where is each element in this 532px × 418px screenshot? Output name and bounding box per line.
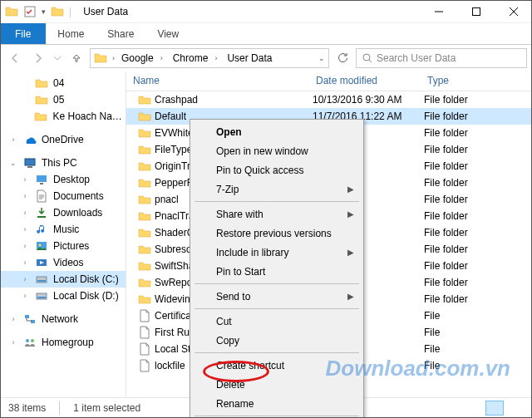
search-icon <box>362 52 373 64</box>
svg-rect-1 <box>472 7 480 15</box>
menu-item-share-with[interactable]: Share with▶ <box>193 204 361 224</box>
chevron-right-icon: ▶ <box>347 292 354 301</box>
folder-icon <box>34 110 47 123</box>
folder-icon <box>138 93 151 106</box>
qat-drop-icon[interactable]: ▾ <box>42 7 46 16</box>
tree-item[interactable]: ›Homegroup <box>0 334 126 351</box>
folder-icon <box>138 176 151 189</box>
menu-item-include-in-library[interactable]: Include in library▶ <box>193 243 361 262</box>
menu-item-open[interactable]: Open <box>193 122 361 141</box>
tree-item[interactable]: ›Music <box>0 221 126 238</box>
tree-item[interactable]: ›Downloads <box>0 204 126 221</box>
chevron-right-icon: ▶ <box>347 209 354 219</box>
tree-item[interactable]: ›OneDrive <box>0 131 126 148</box>
svg-rect-13 <box>37 297 46 298</box>
nav-tree[interactable]: 0405Ke Hoach Nam 2›OneDrive⌄This PC›Desk… <box>0 71 126 397</box>
menu-item-rename[interactable]: Rename <box>193 394 361 413</box>
refresh-button[interactable] <box>332 48 352 68</box>
menu-item-delete[interactable]: Delete <box>193 375 361 394</box>
tree-item[interactable]: ›Documents <box>0 188 126 204</box>
properties-icon[interactable] <box>23 5 37 18</box>
window-title: User Data <box>83 6 128 17</box>
tree-item[interactable]: ›Network <box>0 311 126 327</box>
titlebar: ▾ | User Data <box>0 0 532 23</box>
folder-icon <box>138 126 151 140</box>
menu-item-pin-to-start[interactable]: Pin to Start <box>193 262 361 281</box>
tree-item[interactable]: ›Local Disk (C:) <box>0 271 126 288</box>
tree-item[interactable]: ›Videos <box>0 254 126 271</box>
address-bar: › Google› Chrome› User Data ⌄ Search Use… <box>0 45 532 71</box>
folder-icon <box>138 276 151 289</box>
menu-item-pin-to-quick-access[interactable]: Pin to Quick access <box>193 160 361 179</box>
minimize-button[interactable] <box>420 0 457 23</box>
folder-icon <box>138 243 151 256</box>
tree-item[interactable]: Ke Hoach Nam 2 <box>0 108 126 125</box>
tab-view[interactable]: View <box>145 23 190 44</box>
file-icon <box>138 342 151 356</box>
file-icon <box>138 326 151 339</box>
docs-icon <box>35 189 48 203</box>
menu-item-cut[interactable]: Cut <box>193 312 361 331</box>
menu-item-7-zip[interactable]: 7-Zip▶ <box>193 179 361 199</box>
svg-rect-11 <box>37 280 46 282</box>
tree-item[interactable]: ›Desktop <box>0 171 126 188</box>
svg-point-16 <box>26 339 29 342</box>
downloads-icon <box>35 206 48 219</box>
chevron-right-icon: ▶ <box>347 248 354 257</box>
svg-point-17 <box>31 339 34 342</box>
folder-icon <box>138 209 151 223</box>
col-date[interactable]: Date modified <box>309 71 421 91</box>
file-row[interactable]: Crashpad10/13/2016 9:30 AMFile folder <box>126 91 532 108</box>
tree-item[interactable]: 04 <box>0 75 126 91</box>
selected-count: 1 item selected <box>73 402 140 414</box>
menu-item-create-shortcut[interactable]: Create shortcut <box>193 356 361 375</box>
breadcrumb-segment[interactable]: Google› <box>116 52 168 64</box>
folder-icon <box>5 5 18 18</box>
breadcrumb[interactable]: › Google› Chrome› User Data ⌄ <box>90 48 329 68</box>
nav-back-button[interactable] <box>5 48 25 68</box>
tree-item[interactable]: ›Pictures <box>0 238 126 254</box>
folder-icon <box>35 93 48 106</box>
nav-up-button[interactable] <box>66 48 86 68</box>
nav-forward-button[interactable] <box>28 48 48 68</box>
tree-item[interactable]: 05 <box>0 91 126 108</box>
column-headers[interactable]: Name Date modified Type <box>126 71 532 91</box>
folder-icon <box>94 52 107 65</box>
breadcrumb-segment[interactable]: Chrome› <box>168 52 223 64</box>
tree-item[interactable]: ⌄This PC <box>0 155 126 171</box>
menu-item-restore-previous-versions[interactable]: Restore previous versions <box>193 224 361 243</box>
tab-home[interactable]: Home <box>46 23 96 44</box>
folder-icon <box>138 193 151 206</box>
desktop-icon <box>35 173 48 186</box>
context-menu[interactable]: OpenOpen in new windowPin to Quick acces… <box>190 119 364 418</box>
pictures-icon <box>35 239 48 253</box>
nav-recent-button[interactable] <box>52 48 63 68</box>
pc-icon <box>23 156 37 170</box>
svg-point-2 <box>363 54 370 61</box>
folder-icon <box>138 160 151 173</box>
breadcrumb-segment[interactable]: User Data <box>222 52 277 64</box>
file-icon <box>138 309 151 322</box>
tab-file[interactable]: File <box>0 23 46 44</box>
music-icon <box>35 223 48 236</box>
disk-icon <box>35 289 48 302</box>
bc-drop-icon[interactable]: ⌄ <box>315 54 328 62</box>
folder-icon <box>138 226 151 239</box>
menu-item-open-in-new-window[interactable]: Open in new window <box>193 141 361 160</box>
svg-rect-4 <box>27 166 32 168</box>
tab-share[interactable]: Share <box>96 23 145 44</box>
menu-item-copy[interactable]: Copy <box>193 331 361 350</box>
menu-item-send-to[interactable]: Send to▶ <box>193 287 361 306</box>
svg-point-8 <box>39 244 42 247</box>
item-count: 38 items <box>8 402 46 414</box>
search-input[interactable]: Search User Data <box>356 48 527 68</box>
file-icon <box>138 359 151 372</box>
folder-icon <box>138 143 151 156</box>
col-type[interactable]: Type <box>421 71 532 91</box>
tree-item[interactable]: ›Local Disk (D:) <box>0 288 126 304</box>
maximize-button[interactable] <box>457 0 495 23</box>
col-name[interactable]: Name <box>126 71 309 91</box>
view-details-button[interactable] <box>485 401 504 416</box>
view-icons-button[interactable] <box>505 401 524 416</box>
close-button[interactable] <box>495 0 532 23</box>
